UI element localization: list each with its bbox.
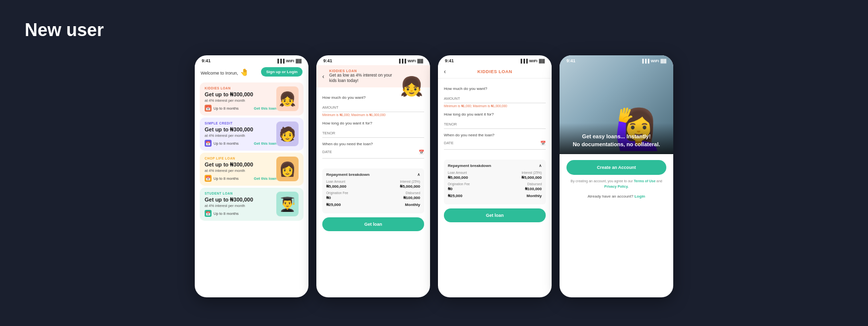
status-icons-4: ▐▐▐ WiFi ▓▓ [641, 59, 667, 63]
wifi-icon-2: WiFi [408, 59, 416, 63]
back-button-2[interactable]: ‹ [322, 73, 324, 80]
loan-desc-student: at 4% interest per month [205, 204, 276, 208]
status-icons-3: ▐▐▐ WiFi ▓▓ [520, 59, 545, 63]
get-loan-link-chop[interactable]: Get this loan [254, 176, 276, 181]
repayment-row-loan-3: Loan Amount ₦5,000,000 Interest (25%) ₦5… [448, 171, 542, 180]
get-loan-link-kiddies[interactable]: Get this loan [254, 106, 276, 111]
create-account-button[interactable]: Create an Account [566, 160, 666, 175]
loan-tag-student: STUDENT LOAN [205, 192, 276, 195]
tenor-label-2: How long do you want it for? [322, 121, 424, 125]
tenor-label-3: How long do you want it for? [444, 112, 546, 117]
loan-desc-chop: at 4% interest per month [205, 168, 276, 173]
repayment-row-loan-2: Loan Amount ₦5,000,000 Interest (25%) ₦5… [326, 180, 420, 189]
loan-desc-kiddies: at 4% interest per month [205, 98, 276, 103]
date-input-2[interactable] [322, 148, 419, 156]
repayment-row-freq-3: ₦25,000 Monthly [448, 194, 542, 198]
get-loan-button-3[interactable]: Get loan [444, 208, 546, 222]
back-button-3[interactable]: ‹ [444, 68, 446, 75]
phone2-body: How much do you want? Minimum is ₦1,000;… [316, 87, 430, 164]
repayment-disbursed-3: Disbursed ₦100,000 [495, 182, 542, 191]
terms-of-use-link[interactable]: Terms of Use [634, 179, 655, 183]
amount-input-2[interactable] [322, 104, 424, 112]
terms-text: By creating an account, you agree to our… [566, 179, 666, 189]
status-icons-1: ▐▐▐ WiFi ▓▓ [276, 59, 302, 63]
status-bar-1: 9:41 ▐▐▐ WiFi ▓▓ [195, 55, 308, 65]
amount-hint-3: Minimum is ₦1,000; Maximum is ₦1,000,000 [444, 104, 546, 108]
battery-icon-3: ▓▓ [539, 59, 545, 63]
repayment-origination-3: Origination Fee ₦0 [448, 182, 495, 191]
tenor-input-2[interactable] [322, 129, 424, 138]
privacy-policy-link[interactable]: Privacy Policy. [605, 185, 629, 188]
loan-card-chop: CHOP LIFE LOAN Get up to ₦300,000 at 4% … [200, 153, 304, 186]
phone2-repayment: Repayment breakdown ∧ Loan Amount ₦5,000… [322, 168, 424, 213]
phone3-loan-title: KIDDIES LOAN [477, 69, 513, 74]
calendar-icon-student: 📅 [205, 210, 212, 217]
loan-footer-simple: 📅 Up to 8 months Get this loan [205, 140, 276, 147]
loan-amount-kiddies: Get up to ₦300,000 [205, 91, 276, 98]
phone4-tagline: Get easy loans... Instantly! No document… [566, 133, 666, 148]
repayment-row-freq-2: ₦25,000 Monthly [326, 203, 420, 207]
amount-label-3: How much do you want? [444, 86, 546, 91]
phone-3: 9:41 ▐▐▐ WiFi ▓▓ ‹ KIDDIES LOAN How much… [438, 55, 552, 297]
loan-duration-chop: 📅 Up to 8 months [205, 175, 239, 182]
amount-hint-2: Minimum is ₦1,000; Maximum is ₦1,000,000 [322, 113, 424, 117]
repayment-origination-2: Origination Fee ₦0 [326, 191, 373, 200]
repayment-header-3: Repayment breakdown ∧ [448, 163, 542, 168]
get-loan-link-simple[interactable]: Get this loan [254, 141, 276, 146]
time-4: 9:41 [566, 58, 575, 63]
phone4-hero-image: 🙋‍♀️ Get easy loans... Instantly! No doc… [560, 55, 673, 154]
loan-footer-student: 📅 Up to 8 months [205, 210, 276, 217]
status-bar-2: 9:41 ▐▐▐ WiFi ▓▓ [316, 55, 430, 65]
get-loan-button-2[interactable]: Get loan [322, 217, 424, 231]
repayment-interest-3: Interest (25%) ₦5,000,000 [495, 171, 542, 180]
repayment-disbursed-2: Disbursed ₦100,000 [373, 191, 420, 200]
date-label-2: When do you need the loan? [322, 142, 424, 146]
repayment-amount-2: ₦25,000 [326, 203, 373, 207]
date-input-3[interactable] [444, 139, 540, 147]
amount-input-3[interactable] [444, 95, 546, 103]
phone2-loan-image: 👧 [398, 65, 425, 97]
signal-icon-2: ▐▐▐ [398, 59, 406, 63]
phone3-repayment: Repayment breakdown ∧ Loan Amount ₦5,000… [444, 160, 546, 204]
signal-icon-3: ▐▐▐ [520, 59, 528, 63]
chevron-up-icon-3: ∧ [539, 163, 542, 168]
time-1: 9:41 [202, 58, 211, 63]
repayment-row-orig-3: Origination Fee ₦0 Disbursed ₦100,000 [448, 182, 542, 191]
wifi-icon-4: WiFi [651, 59, 659, 63]
signal-icon: ▐▐▐ [276, 59, 285, 63]
wifi-icon: WiFi [286, 59, 295, 63]
repayment-amount-3: ₦25,000 [448, 194, 495, 198]
phone-4: 9:41 ▐▐▐ WiFi ▓▓ 🙋‍♀️ Get easy loans... … [560, 55, 673, 297]
battery-icon-2: ▓▓ [417, 59, 423, 63]
loan-tag-simple: SIMPLE CREDIT [205, 122, 276, 125]
loan-tag-kiddies: KIDDIES LOAN [205, 86, 276, 90]
page-title: New user [25, 20, 843, 41]
date-label-3: When do you need the loan? [444, 133, 546, 137]
calendar-icon-chop: 📅 [205, 175, 212, 182]
phone1-header: Welcome to Irorun, 🤚 Sign up or Login [195, 65, 308, 81]
phone3-header: ‹ KIDDIES LOAN [438, 65, 552, 79]
loan-card-kiddies: KIDDIES LOAN Get up to ₦300,000 at 4% in… [200, 82, 304, 116]
status-bar-4: 9:41 ▐▐▐ WiFi ▓▓ [560, 55, 673, 65]
loan-duration-student: 📅 Up to 8 months [205, 210, 239, 217]
loan-amount-simple: Get up to ₦300,000 [205, 126, 276, 133]
tenor-input-3[interactable] [444, 121, 546, 129]
signup-login-button[interactable]: Sign up or Login [261, 67, 303, 77]
person-kiddies: 👧 [276, 86, 299, 111]
login-link[interactable]: Login [634, 194, 645, 199]
phones-container: 9:41 ▐▐▐ WiFi ▓▓ Welcome to Irorun, 🤚 Si… [25, 55, 843, 297]
person-student: 👨‍🎓 [276, 192, 299, 216]
loan-footer-chop: 📅 Up to 8 months Get this loan [205, 175, 276, 182]
loan-card-simple: SIMPLE CREDIT Get up to ₦300,000 at 4% i… [200, 118, 304, 151]
phone-2: 9:41 ▐▐▐ WiFi ▓▓ ‹ KIDDIES LOAN Get as l… [316, 55, 430, 297]
repayment-row-orig-2: Origination Fee ₦0 Disbursed ₦100,000 [326, 191, 420, 200]
time-3: 9:41 [445, 58, 454, 63]
loan-amount-chop: Get up to ₦300,000 [205, 162, 276, 168]
phone2-loan-tag: KIDDIES LOAN [329, 69, 393, 73]
calendar-icon-3: 📅 [540, 141, 546, 146]
chevron-up-icon-2: ∧ [417, 172, 420, 177]
phone2-loan-tagline: Get as low as 4% interest on your kids l… [329, 73, 393, 83]
signal-icon-4: ▐▐▐ [641, 59, 650, 63]
repayment-header-2: Repayment breakdown ∧ [326, 172, 420, 177]
repayment-loan-amount-2: Loan Amount ₦5,000,000 [326, 180, 373, 189]
